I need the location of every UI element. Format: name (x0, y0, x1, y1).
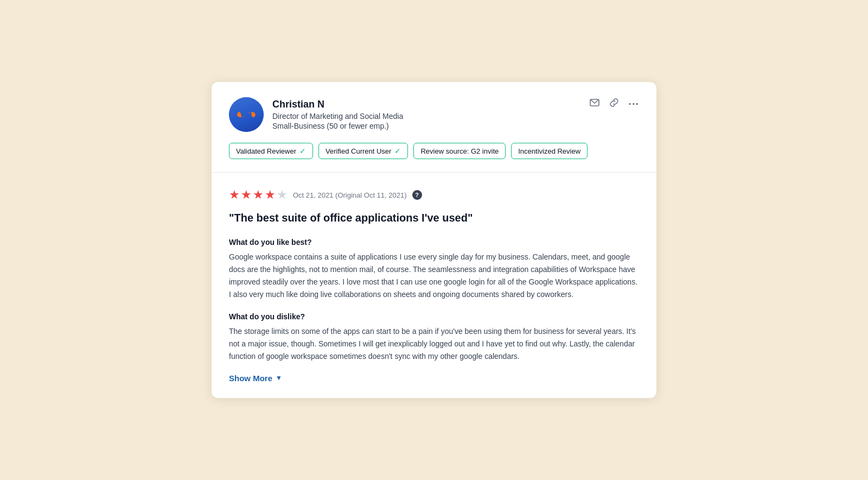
mail-svg (589, 97, 600, 108)
reviewer-company: Small-Business (50 or fewer emp.) (272, 122, 639, 130)
star-5: ★ (277, 188, 288, 202)
chevron-down-icon: ▼ (276, 374, 282, 382)
star-rating: ★ ★ ★ ★ ★ (229, 188, 288, 202)
dislike-body: The storage limits on some of the apps c… (229, 325, 639, 363)
badge-review-source: Review source: G2 invite (413, 143, 506, 159)
star-4: ★ (265, 188, 276, 202)
link-icon[interactable] (609, 97, 620, 110)
infinity-svg (235, 108, 257, 121)
mail-icon[interactable] (589, 97, 600, 110)
star-3: ★ (253, 188, 264, 202)
badge-incentivized-label: Incentivized Review (518, 147, 580, 155)
show-more-label: Show More (229, 374, 272, 383)
check-icon-validated: ✓ (299, 147, 306, 155)
help-icon[interactable]: ? (412, 190, 422, 200)
card-header: ··· Christian N Director of Marketing an… (212, 82, 656, 173)
reviewer-name: Christian N (272, 99, 639, 110)
review-card: ··· Christian N Director of Marketing an… (212, 82, 656, 398)
badge-verified-user: Verified Current User ✓ (318, 143, 408, 159)
badge-validated-reviewer: Validated Reviewer ✓ (229, 143, 313, 159)
star-1: ★ (229, 188, 240, 202)
review-title: "The best suite of office applications I… (229, 211, 639, 225)
reviewer-title: Director of Marketing and Social Media (272, 112, 639, 121)
like-heading: What do you like best? (229, 238, 639, 247)
avatar-inner (229, 97, 264, 132)
reviewer-row: Christian N Director of Marketing and So… (229, 97, 639, 132)
review-section-dislike: What do you dislike? The storage limits … (229, 312, 639, 363)
like-body: Google workspace contains a suite of app… (229, 251, 639, 301)
reviewer-info: Christian N Director of Marketing and So… (272, 99, 639, 130)
more-icon[interactable]: ··· (628, 98, 639, 109)
show-more-button[interactable]: Show More ▼ (229, 374, 282, 383)
review-section-like: What do you like best? Google workspace … (229, 238, 639, 301)
review-date: Oct 21, 2021 (Original Oct 11, 2021) (293, 191, 407, 199)
badge-source-label: Review source: G2 invite (420, 147, 499, 155)
badges-row: Validated Reviewer ✓ Verified Current Us… (229, 143, 639, 159)
avatar (229, 97, 264, 132)
rating-row: ★ ★ ★ ★ ★ Oct 21, 2021 (Original Oct 11,… (229, 188, 639, 202)
badge-incentivized: Incentivized Review (511, 143, 588, 159)
dislike-heading: What do you dislike? (229, 312, 639, 321)
check-icon-verified: ✓ (394, 147, 401, 155)
badge-validated-label: Validated Reviewer (236, 147, 296, 155)
header-actions: ··· (589, 97, 639, 110)
card-body: ★ ★ ★ ★ ★ Oct 21, 2021 (Original Oct 11,… (212, 173, 656, 398)
badge-verified-label: Verified Current User (326, 147, 391, 155)
link-svg (609, 97, 620, 108)
star-2: ★ (241, 188, 252, 202)
